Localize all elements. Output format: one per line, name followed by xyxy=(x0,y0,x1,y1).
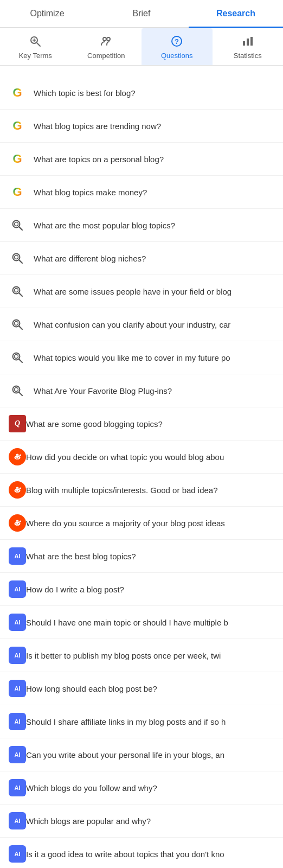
list-item[interactable]: GWhat blog topics make money? xyxy=(0,176,283,209)
question-text: What are the most popular blog topics? xyxy=(34,220,175,231)
list-item[interactable]: AIIs it better to publish my blog posts … xyxy=(0,639,283,672)
subtab-questions[interactable]: ? Questions xyxy=(142,28,213,65)
google-icon: G xyxy=(9,84,26,101)
list-item[interactable]: GWhich topic is best for blog? xyxy=(0,76,283,110)
tab-optimize[interactable]: Optimize xyxy=(0,0,94,27)
reddit-icon xyxy=(9,481,26,499)
google-icon: G xyxy=(9,150,26,168)
list-item[interactable]: What topics would you like me to cover i… xyxy=(0,341,283,374)
svg-rect-9 xyxy=(247,39,249,46)
svg-rect-8 xyxy=(243,41,245,46)
subtab-statistics[interactable]: Statistics xyxy=(213,28,284,65)
questions-icon: ? xyxy=(170,35,183,49)
search-icon xyxy=(9,349,26,366)
svg-point-28 xyxy=(15,388,18,392)
spacer xyxy=(0,66,283,76)
question-text: Where do you source a majority of your b… xyxy=(26,518,225,529)
questions-list: GWhich topic is best for blog?GWhat blog… xyxy=(0,76,283,868)
svg-point-26 xyxy=(13,386,20,393)
svg-point-22 xyxy=(15,322,18,326)
list-item[interactable]: AIWhich blogs are popular and why? xyxy=(0,805,283,838)
question-text: Which blogs are popular and why? xyxy=(26,815,151,827)
list-item[interactable]: What are the most popular blog topics? xyxy=(0,209,283,242)
svg-point-11 xyxy=(13,221,20,228)
search-icon xyxy=(9,250,26,267)
question-text: How long should each blog post be? xyxy=(26,683,157,694)
question-text: Which topic is best for blog? xyxy=(34,87,136,99)
list-item[interactable]: AIShould I share affiliate links in my b… xyxy=(0,705,283,738)
svg-point-32 xyxy=(18,457,20,458)
svg-point-20 xyxy=(13,320,20,327)
question-text: What blog topics are trending now? xyxy=(34,120,161,132)
svg-point-4 xyxy=(103,37,106,41)
question-text: Is it a good idea to write about topics … xyxy=(26,848,224,860)
svg-point-47 xyxy=(16,523,17,524)
ai-icon: AI xyxy=(9,614,26,631)
list-item[interactable]: What are some issues people have in your… xyxy=(0,275,283,308)
sub-tabs: Key Terms Competition ? Questions xyxy=(0,28,283,66)
list-item[interactable]: AIHow do I write a blog post? xyxy=(0,573,283,606)
svg-point-50 xyxy=(16,520,19,523)
list-item[interactable]: GWhat blog topics are trending now? xyxy=(0,110,283,143)
svg-point-34 xyxy=(16,454,19,457)
ai-icon: AI xyxy=(9,647,26,664)
list-item[interactable]: AIWhat are the best blog topics? xyxy=(0,540,283,573)
list-item[interactable]: AIShould I have one main topic or should… xyxy=(0,606,283,639)
google-icon: G xyxy=(9,117,26,135)
ai-icon: AI xyxy=(9,713,26,730)
svg-point-19 xyxy=(15,289,18,292)
question-text: What are the best blog topics? xyxy=(26,551,136,562)
reddit-icon xyxy=(9,514,26,532)
list-item[interactable]: How did you decide on what topic you wou… xyxy=(0,441,283,474)
list-item[interactable]: What Are Your Favorite Blog Plug-ins? xyxy=(0,374,283,407)
list-item[interactable]: AIWhich blogs do you follow and why? xyxy=(0,771,283,805)
search-icon xyxy=(9,216,26,234)
svg-line-24 xyxy=(20,360,23,363)
question-text: Should I have one main topic or should I… xyxy=(26,617,228,628)
search-icon xyxy=(9,283,26,300)
svg-point-48 xyxy=(18,523,20,524)
ai-icon: AI xyxy=(9,812,26,829)
svg-point-39 xyxy=(16,490,17,491)
list-item[interactable]: What confusion can you clarify about you… xyxy=(0,308,283,341)
svg-point-40 xyxy=(18,490,20,491)
reddit-icon xyxy=(9,448,26,465)
ai-icon: AI xyxy=(9,746,26,763)
svg-point-31 xyxy=(16,457,17,458)
svg-line-15 xyxy=(20,260,23,264)
list-item[interactable]: AICan you write about your personal life… xyxy=(0,738,283,771)
list-item[interactable]: Where do you source a majority of your b… xyxy=(0,507,283,540)
svg-point-5 xyxy=(107,37,110,41)
list-item[interactable]: QWhat are some good blogging topics? xyxy=(0,407,283,441)
svg-line-12 xyxy=(20,227,23,231)
svg-point-51 xyxy=(17,521,17,522)
question-text: Is it better to publish my blog posts on… xyxy=(26,650,221,661)
tab-research[interactable]: Research xyxy=(189,0,283,27)
ai-icon: AI xyxy=(9,547,26,565)
subtab-key-terms[interactable]: Key Terms xyxy=(0,28,71,65)
question-text: What are some issues people have in your… xyxy=(34,286,231,297)
svg-point-36 xyxy=(18,455,18,456)
svg-line-1 xyxy=(37,43,40,46)
subtab-competition[interactable]: Competition xyxy=(71,28,142,65)
question-text: What are topics on a personal blog? xyxy=(34,154,164,165)
statistics-icon xyxy=(241,35,254,49)
svg-text:?: ? xyxy=(175,37,179,46)
top-tabs: Optimize Brief Research xyxy=(0,0,283,28)
svg-point-35 xyxy=(17,455,17,456)
list-item[interactable]: GWhat are topics on a personal blog? xyxy=(0,143,283,176)
list-item[interactable]: What are different blog niches? xyxy=(0,242,283,275)
competition-icon xyxy=(100,35,113,49)
svg-point-42 xyxy=(16,487,19,490)
question-text: Blog with multiple topics/interests. Goo… xyxy=(26,484,218,496)
list-item[interactable]: AIHow long should each blog post be? xyxy=(0,672,283,705)
tab-brief[interactable]: Brief xyxy=(94,0,189,27)
question-text: Should I share affiliate links in my blo… xyxy=(26,716,226,727)
quora-icon: Q xyxy=(9,415,26,432)
ai-icon: AI xyxy=(9,845,26,863)
list-item[interactable]: AIIs it a good idea to write about topic… xyxy=(0,838,283,868)
list-item[interactable]: Blog with multiple topics/interests. Goo… xyxy=(0,474,283,507)
key-terms-icon xyxy=(29,35,42,49)
svg-line-18 xyxy=(20,293,23,297)
svg-point-14 xyxy=(13,254,20,261)
